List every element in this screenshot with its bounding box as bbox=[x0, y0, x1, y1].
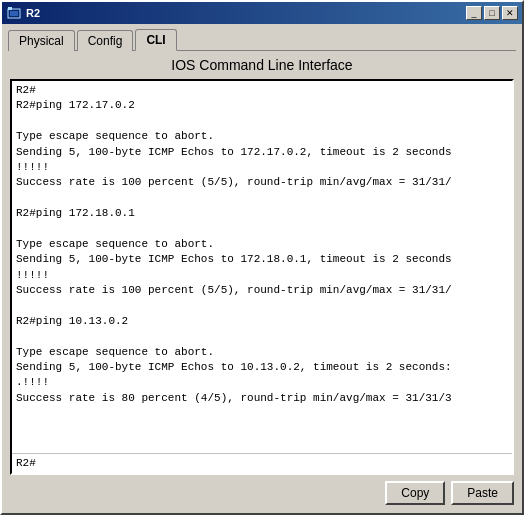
window-icon bbox=[6, 5, 22, 21]
section-title: IOS Command Line Interface bbox=[10, 57, 514, 73]
main-window: R2 _ □ ✕ Physical Config CLI IOS Command… bbox=[0, 0, 524, 515]
title-bar-left: R2 bbox=[6, 5, 40, 21]
title-bar: R2 _ □ ✕ bbox=[2, 2, 522, 24]
close-button[interactable]: ✕ bbox=[502, 6, 518, 20]
tab-physical[interactable]: Physical bbox=[8, 30, 75, 51]
minimize-button[interactable]: _ bbox=[466, 6, 482, 20]
terminal-input[interactable] bbox=[36, 457, 508, 469]
window-title: R2 bbox=[26, 7, 40, 19]
paste-button[interactable]: Paste bbox=[451, 481, 514, 505]
terminal-scroll[interactable]: R2# R2#ping 172.17.0.2 Type escape seque… bbox=[12, 81, 512, 453]
tab-cli[interactable]: CLI bbox=[135, 29, 176, 51]
terminal-container[interactable]: R2# R2#ping 172.17.0.2 Type escape seque… bbox=[10, 79, 514, 475]
title-bar-buttons: _ □ ✕ bbox=[466, 6, 518, 20]
maximize-button[interactable]: □ bbox=[484, 6, 500, 20]
terminal-output: R2# R2#ping 172.17.0.2 Type escape seque… bbox=[16, 83, 508, 406]
svg-rect-1 bbox=[10, 11, 18, 16]
buttons-row: Copy Paste bbox=[10, 481, 514, 505]
tab-config[interactable]: Config bbox=[77, 30, 134, 51]
terminal-input-row: R2# bbox=[12, 453, 512, 473]
copy-button[interactable]: Copy bbox=[385, 481, 445, 505]
tabs-row: Physical Config CLI bbox=[2, 24, 522, 50]
terminal-prompt: R2# bbox=[16, 456, 36, 471]
svg-rect-2 bbox=[8, 7, 12, 10]
content-area: IOS Command Line Interface R2# R2#ping 1… bbox=[2, 51, 522, 513]
